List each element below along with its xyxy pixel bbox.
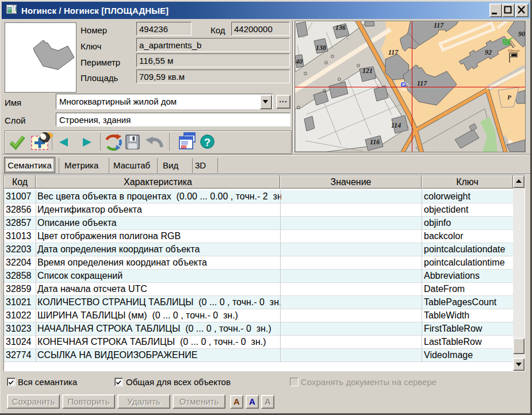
svg-text:136: 136 bbox=[335, 24, 346, 32]
svg-text:117: 117 bbox=[417, 79, 427, 87]
svg-text:138: 138 bbox=[316, 44, 326, 52]
svg-text:114: 114 bbox=[391, 121, 401, 129]
svg-text:40: 40 bbox=[295, 57, 303, 66]
svg-text:3,5м: 3,5м bbox=[401, 88, 407, 91]
svg-text:117: 117 bbox=[388, 48, 399, 56]
svg-text:116: 116 bbox=[370, 138, 380, 146]
svg-text:92: 92 bbox=[485, 48, 492, 56]
svg-text:P: P bbox=[507, 94, 511, 101]
svg-text:?: ? bbox=[204, 137, 210, 148]
svg-text:121: 121 bbox=[362, 67, 373, 75]
svg-text:90: 90 bbox=[518, 30, 525, 38]
svg-text:117: 117 bbox=[434, 21, 444, 29]
svg-text:Школа: Школа bbox=[507, 48, 520, 53]
